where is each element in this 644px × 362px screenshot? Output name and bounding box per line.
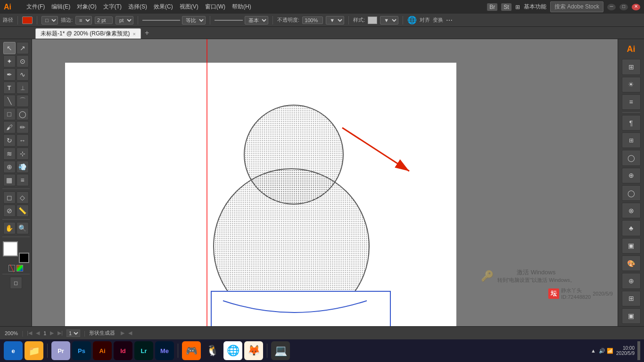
- rp-grid-btn[interactable]: ⊞: [622, 59, 641, 74]
- nav-next-next[interactable]: ▶|: [58, 330, 63, 336]
- line-tool[interactable]: ╲: [3, 95, 16, 107]
- taskbar-firefox[interactable]: 🦊: [244, 341, 263, 360]
- taskbar-qq[interactable]: 🐧: [203, 341, 222, 360]
- rp-transform-btn[interactable]: ⊞: [622, 132, 641, 148]
- page-select[interactable]: 1: [66, 329, 80, 337]
- window-max[interactable]: □: [619, 4, 628, 10]
- menu-text[interactable]: 文字(T): [100, 2, 124, 12]
- menu-window[interactable]: 窗口(W): [202, 2, 228, 12]
- rp-cross-btn[interactable]: ⊗: [622, 203, 641, 218]
- transform-label[interactable]: 变换: [433, 16, 443, 24]
- magic-wand-tool[interactable]: ✦: [3, 55, 16, 67]
- menu-edit[interactable]: 编辑(E): [49, 2, 73, 12]
- search-stock[interactable]: 搜索 Adobe Stock: [550, 1, 603, 12]
- taskbar-indesign[interactable]: Id: [114, 341, 132, 360]
- zoom-level[interactable]: 200%: [5, 330, 18, 336]
- lasso-tool[interactable]: ⊙: [17, 55, 29, 67]
- nav-prev[interactable]: ◀: [36, 330, 40, 336]
- menu-help[interactable]: 帮助(H): [229, 2, 254, 12]
- pencil-tool[interactable]: ✏: [17, 121, 29, 133]
- document-tab[interactable]: 未标题-1* @ 200% (RGB/像素预览) ×: [35, 28, 141, 39]
- zoom-tool[interactable]: 🔍: [17, 222, 29, 234]
- nav-prev-prev[interactable]: |◀: [27, 330, 32, 336]
- paintbrush-tool[interactable]: 🖌: [3, 121, 16, 133]
- rp-menu-btn[interactable]: ≡: [622, 94, 641, 110]
- scale-tool[interactable]: ↔: [17, 134, 29, 147]
- taskbar-illustrator[interactable]: Ai: [93, 341, 112, 360]
- bar-graph-tool[interactable]: ≡: [17, 174, 29, 186]
- menu-file[interactable]: 文件(F): [24, 2, 48, 12]
- stroke-base-select[interactable]: 基本: [245, 16, 268, 25]
- vertical-type-tool[interactable]: ⟂: [17, 82, 29, 94]
- opacity-input[interactable]: [302, 16, 323, 24]
- stock-btn[interactable]: St: [501, 3, 511, 11]
- warp-tool[interactable]: ≋: [3, 148, 16, 160]
- layout-btn[interactable]: ⊞: [515, 4, 520, 10]
- status-back-btn[interactable]: ◀: [128, 330, 132, 336]
- taskbar-edge[interactable]: e: [4, 341, 23, 360]
- hand-tool[interactable]: ✋: [3, 222, 16, 234]
- stroke-pt-input[interactable]: [95, 16, 113, 24]
- curvature-tool[interactable]: ∿: [17, 68, 29, 81]
- align-label[interactable]: 对齐: [420, 16, 430, 24]
- extra-toolbar-btn[interactable]: ⋯: [446, 16, 453, 24]
- rect-tool[interactable]: □: [3, 108, 16, 120]
- taskbar-game[interactable]: 🎮: [182, 341, 201, 360]
- stroke-pt-select[interactable]: pt: [116, 16, 133, 25]
- direct-select-tool[interactable]: ↗: [17, 42, 29, 54]
- nav-next[interactable]: ▶: [50, 330, 54, 336]
- status-arrow-btn[interactable]: ▶: [121, 330, 124, 336]
- show-desktop-btn[interactable]: [637, 341, 640, 360]
- gradient-color[interactable]: [17, 265, 23, 272]
- taskbar-folder[interactable]: 💻: [271, 341, 290, 360]
- rp-rect-btn[interactable]: ▣: [622, 238, 641, 254]
- rp-color-btn[interactable]: ☀: [622, 77, 641, 92]
- menu-effect[interactable]: 效果(C): [151, 2, 176, 12]
- stroke-shape-select[interactable]: □: [41, 16, 58, 25]
- rp-club-btn[interactable]: ♣: [622, 220, 641, 236]
- slice-tool[interactable]: ◇: [17, 191, 29, 204]
- arc-tool[interactable]: ⌒: [17, 95, 29, 107]
- taskbar-premiere[interactable]: Pr: [51, 341, 70, 360]
- rp-para-btn[interactable]: ¶: [622, 115, 641, 131]
- taskbar-lightroom[interactable]: Lr: [134, 341, 153, 360]
- rp-circle2-btn[interactable]: ◯: [622, 185, 641, 201]
- web-preview-btn[interactable]: 🌐: [407, 16, 417, 25]
- artboard-tool[interactable]: ◻: [3, 191, 16, 204]
- tray-up-arrow[interactable]: ▲: [591, 348, 596, 354]
- opacity-select[interactable]: ▼: [326, 16, 344, 25]
- select-tool[interactable]: ↖: [3, 42, 16, 54]
- eyedropper-tool[interactable]: ⊘: [3, 205, 16, 217]
- taskbar-media-encoder[interactable]: Me: [155, 341, 174, 360]
- tab-close-btn[interactable]: ×: [133, 31, 136, 37]
- taskbar-photoshop[interactable]: Ps: [72, 341, 91, 360]
- taskbar-files[interactable]: 📁: [25, 341, 43, 360]
- stroke-type-select[interactable]: 等比: [182, 16, 206, 25]
- none-color[interactable]: ╲: [8, 265, 15, 272]
- window-close[interactable]: ✕: [632, 4, 640, 10]
- rp-square-btn[interactable]: ▣: [622, 308, 641, 324]
- fill-color[interactable]: [3, 241, 18, 256]
- stroke-color[interactable]: [19, 253, 29, 263]
- rp-circle-btn[interactable]: ◯: [622, 150, 641, 165]
- type-tool[interactable]: T: [3, 82, 16, 94]
- ellipse-tool[interactable]: ◯: [17, 108, 29, 120]
- rp-paint-btn[interactable]: 🎨: [622, 255, 641, 271]
- new-tab-btn[interactable]: +: [141, 28, 153, 38]
- column-graph-tool[interactable]: ▦: [3, 174, 16, 186]
- features-btn[interactable]: 基本功能: [524, 3, 546, 11]
- stroke-color-swatch[interactable]: [22, 16, 33, 24]
- blend-tool[interactable]: ⊕: [3, 161, 16, 173]
- menu-view[interactable]: 视图(V): [177, 2, 201, 12]
- style-select[interactable]: ▼: [380, 16, 398, 25]
- symbol-sprayer-tool[interactable]: 💨: [17, 161, 29, 173]
- window-min[interactable]: ─: [607, 4, 616, 10]
- menu-select[interactable]: 选择(S): [125, 2, 150, 12]
- rotate-tool[interactable]: ↻: [3, 134, 16, 147]
- style-swatch[interactable]: [368, 16, 377, 24]
- pen-tool[interactable]: ✒: [3, 68, 16, 81]
- rp-add-btn[interactable]: ⊕: [622, 273, 641, 288]
- normal-draw-mode[interactable]: ◻: [10, 277, 22, 289]
- bridge-btn[interactable]: Br: [487, 3, 497, 11]
- taskbar-chrome[interactable]: 🌐: [223, 341, 242, 360]
